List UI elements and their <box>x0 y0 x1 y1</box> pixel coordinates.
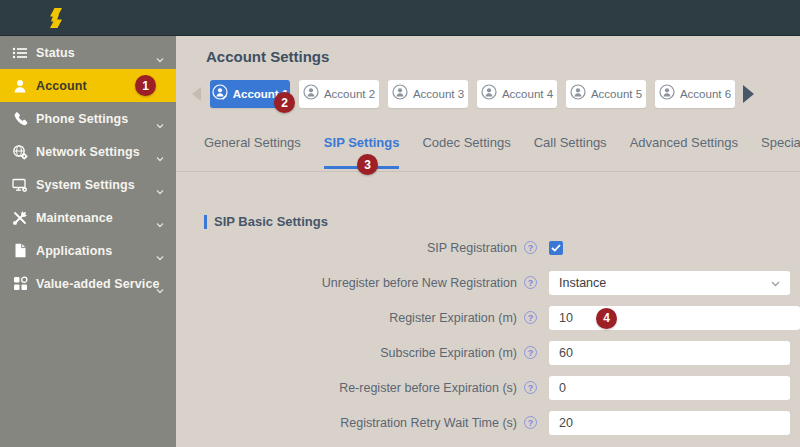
sidebar-item-applications[interactable]: Applications <box>0 234 176 267</box>
settings-sub-tabs: General Settings SIP Settings Codec Sett… <box>204 135 800 169</box>
sidebar-item-status[interactable]: Status <box>0 36 176 69</box>
tab-account-6[interactable]: Account 6 <box>655 80 735 108</box>
form-row-sip-registration: SIP Registration ? <box>176 230 800 265</box>
sidebar-item-label: Maintenance <box>36 211 113 225</box>
field-label: Unregister before New Registration <box>322 276 517 290</box>
section-accent-bar <box>204 215 207 229</box>
account-person-circle-icon <box>303 84 319 104</box>
account-tab-strip: Account 1 2 Account 2 Account 3 <box>176 80 800 108</box>
subtab-call-settings[interactable]: Call Settings <box>534 135 607 169</box>
page-title: Account Settings <box>206 48 329 65</box>
form-row-register-expiration: Register Expiration (m) ? 4 <box>176 300 800 335</box>
tabs-prev-arrow-icon[interactable] <box>192 87 201 101</box>
unregister-select[interactable]: Instance <box>549 271 790 295</box>
chevron-down-icon <box>156 49 164 67</box>
register-expiration-input[interactable] <box>549 306 800 330</box>
chevron-down-icon <box>156 247 164 265</box>
main-content: Account Settings Account 1 2 <box>176 36 800 447</box>
sidebar: Status Account 1 Phone Settings <box>0 36 176 447</box>
chevron-down-icon <box>156 148 164 166</box>
form-row-unregister: Unregister before New Registration ? Ins… <box>176 265 800 300</box>
tab-label: Account 5 <box>591 88 642 100</box>
sip-basic-settings-form: SIP Registration ? Unregister before New… <box>176 230 800 440</box>
brand-logo-icon <box>44 8 68 28</box>
tab-account-5[interactable]: Account 5 <box>566 80 646 108</box>
chevron-down-icon <box>156 181 164 199</box>
top-bar <box>0 0 800 36</box>
form-row-registration-retry-wait: Registration Retry Wait Time (s) ? <box>176 405 800 440</box>
account-person-circle-icon <box>481 84 497 104</box>
network-globe-gear-icon <box>12 144 28 160</box>
section-header: SIP Basic Settings <box>204 214 328 229</box>
divider <box>176 171 800 172</box>
step-badge-2: 2 <box>274 92 295 113</box>
field-label: Register Expiration (m) <box>389 311 517 325</box>
field-label: Subscribe Expiration (m) <box>380 346 517 360</box>
help-icon[interactable]: ? <box>524 381 537 394</box>
field-label: Re-register before Expiration (s) <box>339 381 517 395</box>
applications-document-icon <box>12 243 28 259</box>
status-list-icon <box>12 45 28 61</box>
chevron-down-icon <box>771 276 780 290</box>
tab-account-2[interactable]: Account 2 <box>299 80 379 108</box>
help-icon[interactable]: ? <box>524 346 537 359</box>
section-title: SIP Basic Settings <box>214 214 328 229</box>
account-edit-icon <box>212 84 228 104</box>
account-person-circle-icon <box>659 84 675 104</box>
sidebar-item-label: Status <box>36 46 75 60</box>
chevron-down-icon <box>156 115 164 133</box>
step-badge-1: 1 <box>135 75 156 96</box>
registration-retry-wait-input[interactable] <box>549 411 790 435</box>
account-person-circle-icon <box>392 84 408 104</box>
value-added-grid-icon <box>12 276 28 292</box>
tab-label: Account 3 <box>413 88 464 100</box>
sidebar-item-system-settings[interactable]: System Settings <box>0 168 176 201</box>
sidebar-item-value-added-service[interactable]: Value-added Service <box>0 267 176 300</box>
tab-label: Account 6 <box>680 88 731 100</box>
account-person-circle-icon <box>570 84 586 104</box>
help-icon[interactable]: ? <box>524 416 537 429</box>
sidebar-item-label: Phone Settings <box>36 112 128 126</box>
form-row-subscribe-expiration: Subscribe Expiration (m) ? <box>176 335 800 370</box>
sidebar-item-label: Account <box>36 79 87 93</box>
sidebar-item-label: System Settings <box>36 178 135 192</box>
tab-account-1[interactable]: Account 1 2 <box>210 80 290 108</box>
help-icon[interactable]: ? <box>524 241 537 254</box>
system-monitor-gear-icon <box>12 177 28 193</box>
form-row-reregister-before-expiration: Re-register before Expiration (s) ? <box>176 370 800 405</box>
subtab-special-features[interactable]: Special Features <box>761 135 800 169</box>
selected-option: Instance <box>559 276 606 290</box>
step-badge-4: 4 <box>596 308 617 329</box>
step-badge-3: 3 <box>357 154 378 175</box>
sidebar-item-account[interactable]: Account 1 <box>0 69 176 102</box>
subscribe-expiration-input[interactable] <box>549 341 790 365</box>
tab-label: Account 4 <box>502 88 553 100</box>
sidebar-item-label: Network Settings <box>36 145 140 159</box>
field-label: Registration Retry Wait Time (s) <box>340 416 517 430</box>
help-icon[interactable]: ? <box>524 276 537 289</box>
sidebar-item-network-settings[interactable]: Network Settings <box>0 135 176 168</box>
tab-account-4[interactable]: Account 4 <box>477 80 557 108</box>
help-icon[interactable]: ? <box>524 311 537 324</box>
maintenance-tools-icon <box>12 210 28 226</box>
sidebar-item-phone-settings[interactable]: Phone Settings <box>0 102 176 135</box>
tab-label: Account 2 <box>324 88 375 100</box>
field-label: SIP Registration <box>427 241 517 255</box>
chevron-down-icon <box>156 280 164 298</box>
tab-account-3[interactable]: Account 3 <box>388 80 468 108</box>
chevron-down-icon <box>156 214 164 232</box>
account-person-icon <box>12 78 28 94</box>
subtab-label: SIP Settings <box>324 135 400 150</box>
phone-icon <box>12 111 28 127</box>
checkmark-icon <box>551 244 561 252</box>
subtab-general-settings[interactable]: General Settings <box>204 135 301 169</box>
sidebar-item-maintenance[interactable]: Maintenance <box>0 201 176 234</box>
sidebar-item-label: Value-added Service <box>36 277 160 291</box>
tabs-next-arrow-icon[interactable] <box>743 85 754 103</box>
subtab-codec-settings[interactable]: Codec Settings <box>422 135 510 169</box>
subtab-advanced-settings[interactable]: Advanced Settings <box>630 135 738 169</box>
sidebar-item-label: Applications <box>36 244 112 258</box>
reregister-before-expiration-input[interactable] <box>549 376 790 400</box>
sip-registration-checkbox[interactable] <box>549 241 563 255</box>
